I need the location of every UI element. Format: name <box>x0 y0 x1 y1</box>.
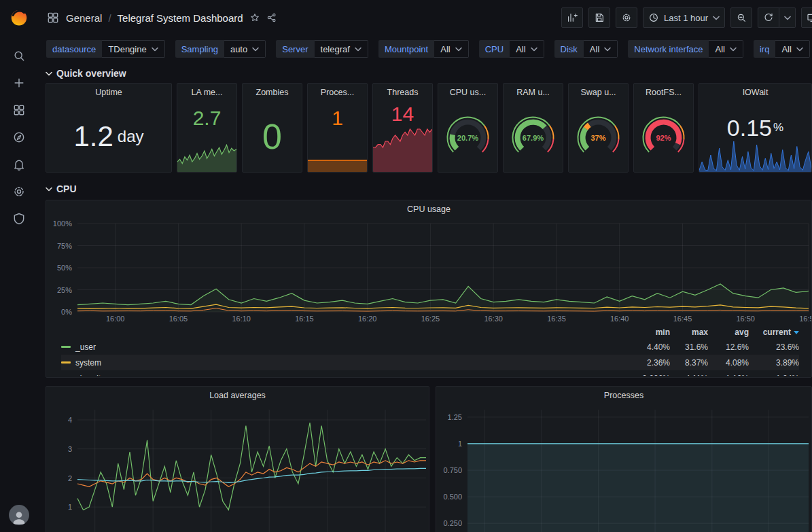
zoom-out-button[interactable] <box>730 7 752 28</box>
cpu-usage-chart[interactable]: 0%25%50%75%100%16:0016:0516:1016:1516:20… <box>46 218 811 324</box>
panel-title[interactable]: LA me... <box>177 84 236 101</box>
svg-text:0%: 0% <box>61 308 72 316</box>
variable-value-dropdown[interactable]: All <box>709 40 743 58</box>
breadcrumb: General / Telegraf System Dashboard <box>46 11 277 24</box>
chevron-down-icon <box>730 47 737 52</box>
load-averages-chart[interactable]: 0123416:0016:1016:2016:3016:4016:50 <box>46 404 429 532</box>
chevron-down-icon <box>796 47 803 52</box>
panel-title[interactable]: Processes <box>436 387 811 404</box>
variable-label[interactable]: Server <box>276 40 314 58</box>
stat-body: 14 <box>373 101 432 172</box>
section-quick-overview[interactable]: Quick overview <box>46 64 812 83</box>
variable-label[interactable]: irq <box>754 40 775 58</box>
svg-text:16:00: 16:00 <box>106 315 125 323</box>
svg-text:67.9%: 67.9% <box>523 134 544 142</box>
refresh-button[interactable] <box>758 7 779 28</box>
add-panel-button[interactable] <box>561 7 583 28</box>
series-toggle[interactable]: _user <box>61 342 626 352</box>
panel-uptime: Uptime 1.2day <box>46 83 172 173</box>
variable-value-dropdown[interactable]: All <box>584 40 618 58</box>
variable-label[interactable]: Mountpoint <box>378 40 434 58</box>
create-plus-icon[interactable] <box>5 69 33 96</box>
variable-value-dropdown[interactable]: All <box>434 40 468 58</box>
cpu-gauge: 20.7% <box>438 101 497 172</box>
variable-label[interactable]: Sampling <box>175 40 224 58</box>
processes-chart[interactable]: 0.2500.5000.75011.25 <box>436 404 811 532</box>
svg-text:16:35: 16:35 <box>547 315 566 323</box>
variable-value: auto <box>230 44 247 54</box>
panel-title[interactable]: CPU usage <box>46 200 811 218</box>
panel-title[interactable]: Zombies <box>243 84 302 101</box>
refresh-interval-dropdown[interactable] <box>779 7 796 28</box>
svg-text:37%: 37% <box>590 134 605 142</box>
svg-text:2: 2 <box>68 474 72 482</box>
panel-title[interactable]: Uptime <box>46 84 171 101</box>
svg-text:16:45: 16:45 <box>673 315 692 323</box>
variable-value-dropdown[interactable]: TDengine <box>102 40 164 58</box>
panel-title[interactable]: RAM u... <box>504 84 563 101</box>
time-range-picker[interactable]: Last 1 hour <box>643 7 725 28</box>
panel-title[interactable]: RootFS... <box>634 84 693 101</box>
breadcrumb-dashboard-title[interactable]: Telegraf System Dashboard <box>118 12 243 24</box>
dashboard-settings-button[interactable] <box>616 7 637 28</box>
refresh-icon <box>763 12 774 23</box>
variable-value: All <box>781 44 791 54</box>
search-icon[interactable] <box>5 42 33 69</box>
legend-sort-avg[interactable]: avg <box>708 327 749 337</box>
variable-value-dropdown[interactable]: All <box>775 40 809 58</box>
variable-label[interactable]: Network interface <box>628 40 709 58</box>
panel-title[interactable]: CPU us... <box>438 84 497 101</box>
alerting-bell-icon[interactable] <box>5 151 33 178</box>
zoom-out-icon <box>736 12 747 23</box>
panel-la-medium: LA me... 2.7 <box>177 83 237 173</box>
share-icon[interactable] <box>266 12 277 23</box>
variable-value: All <box>590 44 599 54</box>
variable-label[interactable]: Disk <box>554 40 584 58</box>
variable-value: TDengine <box>108 44 146 54</box>
gauge-body: 20.7% <box>438 101 497 172</box>
variable-sampling: Sampling auto <box>175 40 266 58</box>
admin-shield-icon[interactable] <box>5 205 33 232</box>
svg-text:16:30: 16:30 <box>484 315 503 323</box>
breadcrumb-folder[interactable]: General <box>66 12 102 24</box>
dashboard-header: General / Telegraf System Dashboard Last… <box>37 0 812 35</box>
panel-title[interactable]: Threads <box>373 84 432 101</box>
variable-irq: irq All <box>754 40 810 58</box>
configuration-gear-icon[interactable] <box>5 178 33 205</box>
legend-sort-min[interactable]: min <box>626 327 670 337</box>
legend-sort-max[interactable]: max <box>670 327 708 337</box>
variable-value-dropdown[interactable]: All <box>510 40 544 58</box>
quick-overview-row: Uptime 1.2day LA me... 2.7 Zombies 0 <box>46 83 812 173</box>
svg-text:0.250: 0.250 <box>443 519 462 527</box>
cycle-view-button[interactable] <box>801 7 812 28</box>
variable-label[interactable]: CPU <box>479 40 510 58</box>
star-icon[interactable] <box>249 12 260 23</box>
variable-label[interactable]: datasource <box>46 40 102 58</box>
user-avatar[interactable] <box>9 505 29 525</box>
dashboards-icon[interactable] <box>5 96 33 124</box>
ram-gauge: 67.9% <box>504 101 563 172</box>
panel-title[interactable]: Swap u... <box>569 84 628 101</box>
panel-title[interactable]: IOWait <box>699 84 811 101</box>
svg-text:16:25: 16:25 <box>421 315 440 323</box>
section-cpu[interactable]: CPU <box>46 179 812 198</box>
svg-text:100%: 100% <box>53 219 72 228</box>
panel-title[interactable]: Proces... <box>308 84 367 101</box>
series-color-swatch <box>61 346 71 348</box>
variable-value-dropdown[interactable]: telegraf <box>315 40 368 58</box>
explore-compass-icon[interactable] <box>5 124 33 151</box>
chevron-down-icon <box>152 47 158 52</box>
processes-sparkline <box>308 142 367 172</box>
processes-chart-area: 0.2500.5000.75011.25 <box>436 404 811 532</box>
panel-title[interactable]: Load averages <box>46 387 429 404</box>
chevron-down-icon <box>252 47 259 52</box>
variable-disk: Disk All <box>554 40 618 58</box>
save-dashboard-button[interactable] <box>588 7 610 28</box>
load-chart-area: 0123416:0016:1016:2016:3016:4016:50 <box>46 404 429 532</box>
legend-sort-current[interactable]: current <box>749 327 799 337</box>
variable-value-dropdown[interactable]: auto <box>224 40 266 58</box>
series-toggle[interactable]: system <box>61 358 626 368</box>
grafana-logo-icon[interactable] <box>9 7 29 27</box>
chevron-down-icon <box>713 16 720 20</box>
series-toggle[interactable]: _iowait <box>61 374 626 376</box>
